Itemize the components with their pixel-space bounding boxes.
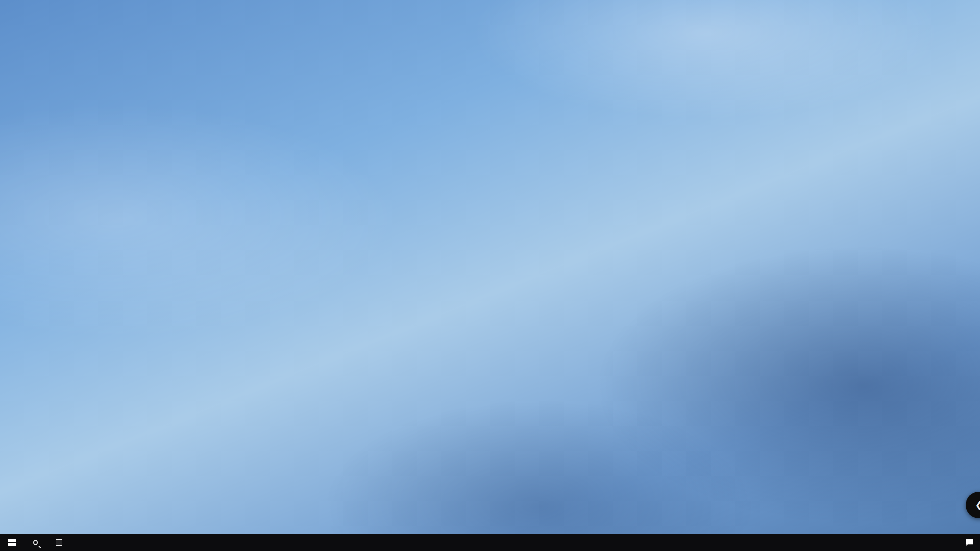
task-view-icon (56, 539, 62, 546)
taskbar-clock[interactable] (950, 539, 958, 546)
windows-activation-watermark (725, 481, 965, 484)
action-center-icon (966, 539, 973, 546)
taskbar (0, 534, 980, 551)
windows-logo-icon (8, 539, 16, 546)
task-view-button[interactable] (47, 534, 70, 551)
overlay-chevron-button[interactable]: ❮ (966, 492, 980, 518)
system-tray (942, 534, 980, 551)
search-icon (33, 540, 38, 545)
action-center-button[interactable] (962, 539, 977, 546)
taskbar-search-button[interactable] (23, 534, 47, 551)
start-button[interactable] (0, 534, 23, 551)
desktop: ❮ (0, 0, 980, 551)
